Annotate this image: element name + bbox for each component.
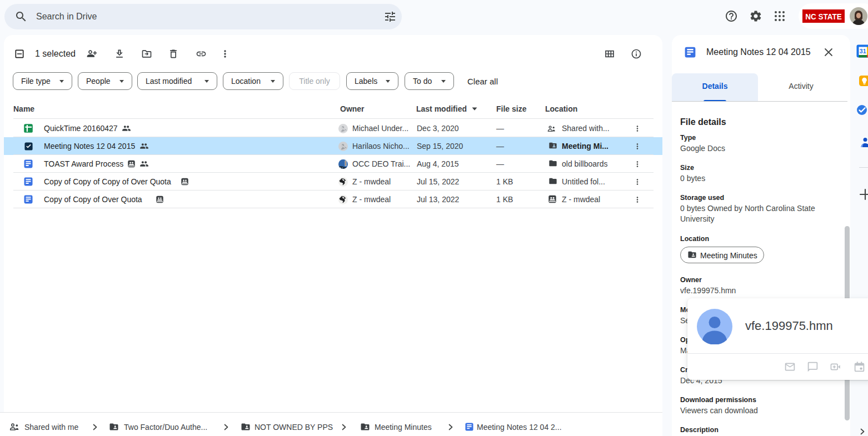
svg-text:31: 31 bbox=[860, 48, 866, 54]
